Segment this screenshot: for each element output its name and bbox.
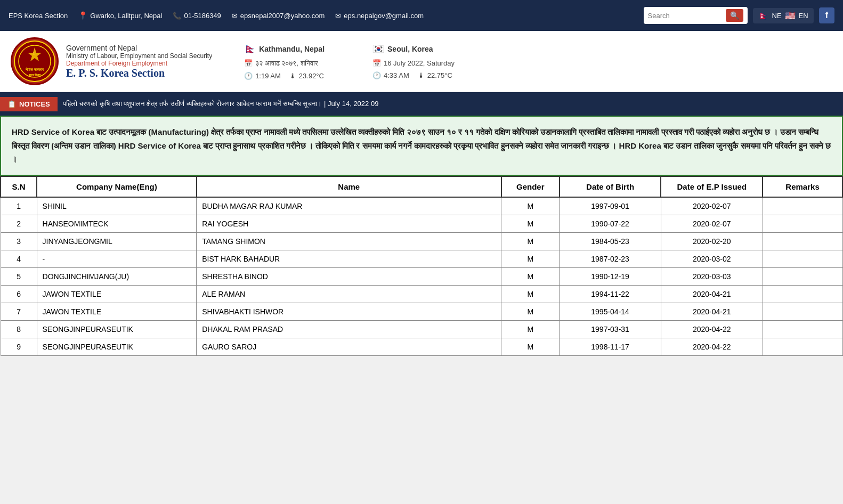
svg-text:नेपाल सरकार: नेपाल सरकार [25,67,44,71]
cell-company: JAWON TEXTILE [37,303,197,320]
en-label: EN [799,12,808,20]
cell-company: JINYANGJEONGMIL [37,232,197,250]
table-row: 8 SEONGJINPEURASEUTIK DHAKAL RAM PRASAD … [1,320,842,338]
cell-gender: M [501,338,560,355]
clock2-icon: 🕐 [372,71,381,79]
cell-ep: 2020-04-21 [661,303,763,320]
cell-sn: 8 [1,320,37,338]
nepal-weather: 🇳🇵 Kathmandu, Nepal 📅 ३२ आषाढ २०७९, शनिव… [244,43,325,80]
gov-line1: Government of Nepal [66,44,212,52]
ne-flag-icon: 🇳🇵 [758,11,769,21]
cell-ep: 2020-02-20 [661,232,763,250]
table-row: 4 - BIST HARK BAHADUR M 1987-02-23 2020-… [1,250,842,267]
email2-text: eps.nepalgov@gmail.com [344,12,424,20]
svg-text:श्रम विभाग: श्रम विभाग [28,73,42,77]
korea-flag-icon: 🇰🇷 [372,43,384,55]
cell-sn: 1 [1,197,37,215]
nepal-date: 📅 ३२ आषाढ २०७९, शनिवार [244,59,318,68]
temp2-icon: 🌡 [418,71,425,79]
cell-dob: 1995-04-14 [560,303,661,320]
nepal-temp-text: 23.92°C [299,72,324,80]
cell-name: DHAKAL RAM PRASAD [197,320,501,338]
nepal-time-text: 1:19 AM [255,72,281,80]
korea-date-row: 📅 16 July 2022, Saturday [372,59,455,67]
cell-sn: 6 [1,285,37,303]
nepal-city: 🇳🇵 Kathmandu, Nepal [244,43,325,55]
cell-ep: 2020-03-02 [661,250,763,267]
cell-ep: 2020-02-07 [661,197,763,215]
cell-company: SEONGJINPEURASEUTIK [37,320,197,338]
korea-weather: 🇰🇷 Seoul, Korea 📅 16 July 2022, Saturday… [372,43,455,80]
notice-label-text: NOTICES [19,100,50,108]
search-button[interactable]: 🔍 [726,9,743,22]
top-bar: EPS Korea Section 📍 Gwarko, Lalitpur, Ne… [0,0,843,31]
cell-name: GAURO SAROJ [197,338,501,355]
cell-name: RAI YOGESH [197,215,501,232]
cell-remarks [763,338,842,355]
cell-gender: M [501,285,560,303]
cell-company: - [37,250,197,267]
cell-name: BUDHA MAGAR RAJ KUMAR [197,197,501,215]
table-section: S.N Company Name(Eng) Name Gender Date o… [0,176,843,356]
header-remarks: Remarks [763,176,842,197]
header-sn: S.N [1,176,37,197]
nepal-date-row: 📅 ३२ आषाढ २०७९, शनिवार [244,59,325,68]
table-row: 5 DONGJINCHIMJANG(JU) SHRESTHA BINOD M 1… [1,267,842,285]
logo-emblem: 🇳🇵 नेपाल सरकार श्रम विभाग [11,37,59,85]
section-name: EPS Korea Section [9,12,68,20]
cell-remarks [763,250,842,267]
cell-company: JAWON TEXTILE [37,285,197,303]
korea-temp-text: 22.75°C [427,71,452,79]
cell-gender: M [501,197,560,215]
header-company: Company Name(Eng) [37,176,197,197]
email1-text: epsnepal2007@yahoo.com [240,12,325,20]
cell-remarks [763,197,842,215]
cell-gender: M [501,215,560,232]
cell-gender: M [501,303,560,320]
ne-label: NE [772,12,782,20]
table-row: 9 SEONGJINPEURASEUTIK GAURO SAROJ M 1998… [1,338,842,355]
location-text: Gwarko, Lalitpur, Nepal [90,12,162,20]
email2-icon: ✉ [335,12,341,20]
cell-name: SHIVABHAKTI ISHWOR [197,303,501,320]
cell-dob: 1998-11-17 [560,338,661,355]
header: 🇳🇵 नेपाल सरकार श्रम विभाग Government of … [0,31,843,92]
top-bar-right: 🔍 🇳🇵 NE 🇺🇸 EN f [644,7,834,24]
search-input[interactable] [648,12,723,20]
us-flag-icon: 🇺🇸 [785,11,796,21]
gov-line2: Ministry of Labour, Employment and Socia… [66,52,212,60]
calendar-icon: 📅 [244,59,253,67]
cell-company: SEONGJINPEURASEUTIK [37,338,197,355]
top-bar-left: EPS Korea Section 📍 Gwarko, Lalitpur, Ne… [9,11,424,20]
nepal-flag-icon: 🇳🇵 [244,43,256,55]
cell-company: HANSEOMIMTECK [37,215,197,232]
search-box[interactable]: 🔍 [644,7,748,24]
korea-time: 🕐 4:33 AM [372,71,409,79]
cell-dob: 1987-02-23 [560,250,661,267]
cell-remarks [763,232,842,250]
phone-text: 01-5186349 [184,12,221,20]
language-toggle[interactable]: 🇳🇵 NE 🇺🇸 EN [753,8,814,23]
email1-item: ✉ epsnepal2007@yahoo.com [232,12,325,20]
phone-icon: 📞 [173,12,181,20]
notice-label: 📋 NOTICES [0,97,58,111]
gov-line3: Department of Foreign Employment [66,60,212,67]
cell-dob: 1997-09-01 [560,197,661,215]
cell-remarks [763,285,842,303]
korea-time-text: 4:33 AM [384,71,409,79]
cell-sn: 9 [1,338,37,355]
cell-name: TAMANG SHIMON [197,232,501,250]
facebook-button[interactable]: f [819,7,834,23]
cell-name: SHRESTHA BINOD [197,267,501,285]
nepal-time: 🕐 1:19 AM [244,72,281,80]
header-name: Name [197,176,501,197]
calendar2-icon: 📅 [372,59,381,67]
cell-ep: 2020-04-21 [661,285,763,303]
table-row: 1 SHINIL BUDHA MAGAR RAJ KUMAR M 1997-09… [1,197,842,215]
korea-temp: 🌡 22.75°C [418,71,452,79]
cell-remarks [763,215,842,232]
cell-gender: M [501,250,560,267]
cell-sn: 3 [1,232,37,250]
nepal-temp: 🌡 23.92°C [289,72,324,80]
announcement-box: HRD Service of Korea बाट उत्पादनमूलक (Ma… [0,116,843,176]
